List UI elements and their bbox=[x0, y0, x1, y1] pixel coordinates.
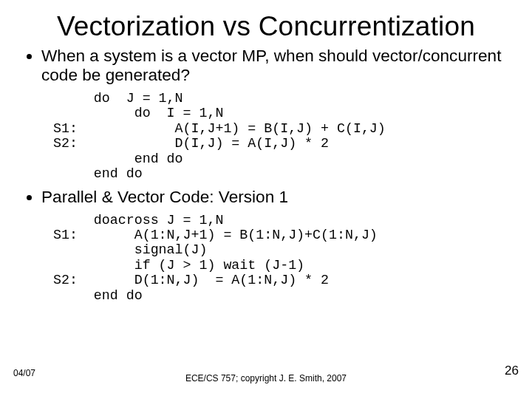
slide-body: When a system is a vector MP, when shoul… bbox=[0, 42, 532, 304]
bullet-list: When a system is a vector MP, when shoul… bbox=[22, 47, 510, 85]
code-block-version1: doacross J = 1,N S1: A(1:N,J+1) = B(1:N,… bbox=[53, 213, 510, 304]
footer-copyright: ECE/CS 757; copyright J. E. Smith, 2007 bbox=[170, 374, 362, 384]
footer-date: 04/07 bbox=[13, 368, 35, 378]
bullet-list: Parallel & Vector Code: Version 1 bbox=[22, 188, 510, 207]
slide-title: Vectorization vs Concurrentization bbox=[0, 0, 532, 42]
slide: Vectorization vs Concurrentization When … bbox=[0, 0, 532, 399]
slide-number: 26 bbox=[505, 364, 519, 378]
bullet-item: Parallel & Vector Code: Version 1 bbox=[41, 188, 510, 207]
bullet-item: When a system is a vector MP, when shoul… bbox=[41, 47, 510, 85]
code-block-original: do J = 1,N do I = 1,N S1: A(I,J+1) = B(I… bbox=[53, 91, 510, 182]
